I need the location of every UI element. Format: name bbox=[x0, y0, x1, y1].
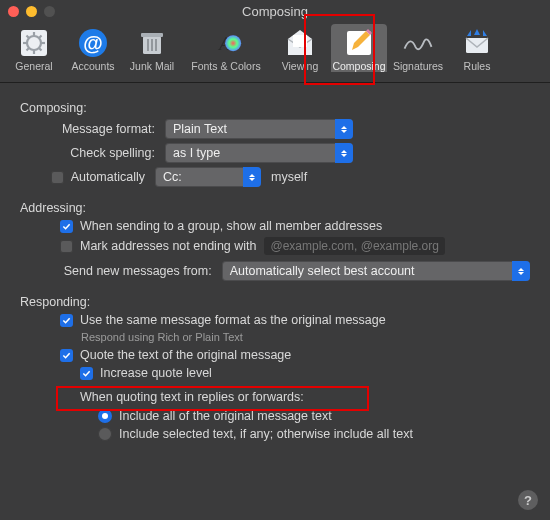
tab-accounts[interactable]: @ Accounts bbox=[65, 24, 121, 72]
increase-quote-label: Increase quote level bbox=[100, 366, 212, 380]
gear-icon bbox=[18, 27, 50, 59]
tab-fonts-colors[interactable]: A Fonts & Colors bbox=[183, 24, 269, 72]
svg-marker-25 bbox=[467, 30, 471, 36]
chevron-updown-icon bbox=[335, 119, 353, 139]
settings-pane: Composing: Message format: Plain Text Ch… bbox=[0, 83, 550, 441]
section-addressing-heading: Addressing: bbox=[20, 201, 530, 215]
mark-domains-field[interactable]: @example.com, @example.org bbox=[264, 237, 444, 255]
tab-label: Rules bbox=[464, 60, 491, 72]
at-icon: @ bbox=[77, 27, 109, 59]
svg-rect-20 bbox=[293, 35, 307, 47]
tab-composing[interactable]: Composing bbox=[331, 24, 387, 72]
select-value: as I type bbox=[173, 146, 220, 160]
message-format-label: Message format: bbox=[20, 122, 155, 136]
auto-cc-label: Automatically bbox=[71, 170, 145, 184]
quote-original-label: Quote the text of the original message bbox=[80, 348, 291, 362]
svg-marker-26 bbox=[474, 29, 480, 35]
tab-label: Signatures bbox=[393, 60, 443, 72]
tab-signatures[interactable]: Signatures bbox=[390, 24, 446, 72]
svg-text:@: @ bbox=[83, 32, 103, 54]
svg-marker-27 bbox=[483, 30, 487, 36]
auto-cc-checkbox[interactable] bbox=[51, 171, 64, 184]
chevron-updown-icon bbox=[243, 167, 261, 187]
tab-label: Composing bbox=[332, 60, 385, 72]
tab-label: General bbox=[15, 60, 52, 72]
chevron-updown-icon bbox=[512, 261, 530, 281]
mark-addresses-checkbox[interactable] bbox=[60, 240, 73, 253]
select-value: Cc: bbox=[163, 170, 182, 184]
quote-original-checkbox[interactable] bbox=[60, 349, 73, 362]
tab-junk-mail[interactable]: Junk Mail bbox=[124, 24, 180, 72]
select-value: Automatically select best account bbox=[230, 264, 415, 278]
include-all-radio[interactable] bbox=[98, 409, 112, 423]
include-selected-radio[interactable] bbox=[98, 427, 112, 441]
include-all-label: Include all of the original message text bbox=[119, 409, 332, 423]
tab-label: Junk Mail bbox=[130, 60, 174, 72]
auto-field-select[interactable]: Cc: bbox=[155, 167, 261, 187]
chevron-updown-icon bbox=[335, 143, 353, 163]
group-addresses-checkbox[interactable] bbox=[60, 220, 73, 233]
window-title: Composing bbox=[0, 4, 550, 19]
signature-icon bbox=[402, 27, 434, 59]
fonts-icon: A bbox=[210, 27, 242, 59]
envelope-arrows-icon bbox=[461, 27, 493, 59]
tab-label: Accounts bbox=[71, 60, 114, 72]
same-format-sub: Respond using Rich or Plain Text bbox=[81, 331, 530, 343]
send-from-select[interactable]: Automatically select best account bbox=[222, 261, 530, 281]
svg-point-18 bbox=[225, 35, 241, 51]
trash-icon bbox=[136, 27, 168, 59]
message-format-select[interactable]: Plain Text bbox=[165, 119, 353, 139]
section-composing-heading: Composing: bbox=[20, 101, 530, 115]
svg-rect-13 bbox=[141, 33, 163, 37]
when-quoting-label: When quoting text in replies or forwards… bbox=[80, 390, 530, 404]
help-button[interactable]: ? bbox=[518, 490, 538, 510]
include-selected-label: Include selected text, if any; otherwise… bbox=[119, 427, 413, 441]
compose-icon bbox=[343, 27, 375, 59]
titlebar: Composing bbox=[0, 0, 550, 22]
tab-label: Fonts & Colors bbox=[191, 60, 260, 72]
tab-rules[interactable]: Rules bbox=[449, 24, 505, 72]
tab-viewing[interactable]: Viewing bbox=[272, 24, 328, 72]
tab-label: Viewing bbox=[282, 60, 319, 72]
group-addresses-label: When sending to a group, show all member… bbox=[80, 219, 382, 233]
section-responding-heading: Responding: bbox=[20, 295, 530, 309]
auto-suffix: myself bbox=[271, 170, 307, 184]
check-spelling-label: Check spelling: bbox=[20, 146, 155, 160]
envelope-open-icon bbox=[284, 27, 316, 59]
select-value: Plain Text bbox=[173, 122, 227, 136]
same-format-label: Use the same message format as the origi… bbox=[80, 313, 386, 327]
increase-quote-checkbox[interactable] bbox=[80, 367, 93, 380]
send-from-label: Send new messages from: bbox=[20, 264, 212, 278]
same-format-checkbox[interactable] bbox=[60, 314, 73, 327]
preferences-toolbar: General @ Accounts Junk Mail A Fonts & C… bbox=[0, 22, 550, 83]
tab-general[interactable]: General bbox=[6, 24, 62, 72]
check-spelling-select[interactable]: as I type bbox=[165, 143, 353, 163]
mark-addresses-label: Mark addresses not ending with bbox=[80, 239, 256, 253]
